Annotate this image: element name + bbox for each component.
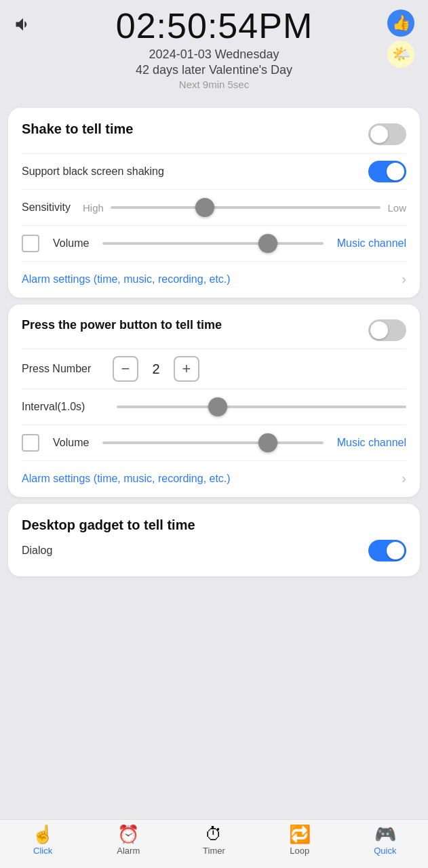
power-card-title: Press the power button to tell time bbox=[22, 318, 222, 332]
valentines-label: 42 days later Valentine's Day bbox=[0, 63, 428, 77]
thumbs-up-icon[interactable]: 👍 bbox=[387, 9, 414, 37]
desktop-card-title: Desktop gadget to tell time bbox=[22, 517, 195, 532]
click-icon: ☝️ bbox=[32, 825, 54, 843]
power-alarm-link[interactable]: Alarm settings (time, music, recording, … bbox=[22, 460, 406, 490]
shake-card-title: Shake to tell time bbox=[22, 121, 134, 137]
press-number-label: Press Number bbox=[22, 363, 103, 375]
power-toggle[interactable] bbox=[368, 319, 406, 341]
nav-item-click[interactable]: ☝️ Click bbox=[22, 825, 63, 856]
support-shaking-label: Support black screen shaking bbox=[22, 165, 164, 178]
shake-music-channel[interactable]: Music channel bbox=[337, 237, 406, 250]
press-number-increment[interactable]: + bbox=[174, 356, 199, 382]
weather-icon[interactable]: 🌤️ bbox=[387, 41, 414, 68]
dialog-toggle[interactable] bbox=[368, 540, 406, 561]
quick-icon: 🎮 bbox=[374, 825, 396, 843]
shake-card: Shake to tell time Support black screen … bbox=[8, 108, 420, 298]
power-volume-checkbox[interactable] bbox=[22, 434, 39, 452]
interval-slider[interactable] bbox=[117, 395, 406, 419]
dialog-label: Dialog bbox=[22, 545, 52, 557]
loop-nav-label: Loop bbox=[290, 846, 309, 856]
volume-icon bbox=[14, 15, 33, 37]
date-label: 2024-01-03 Wednesday bbox=[0, 47, 428, 62]
support-shaking-toggle[interactable] bbox=[368, 161, 406, 182]
bottom-nav: ☝️ Click ⏰ Alarm ⏱ Timer 🔁 Loop 🎮 Quick bbox=[0, 819, 428, 868]
press-number-decrement[interactable]: − bbox=[113, 356, 138, 382]
shake-volume-slider[interactable] bbox=[102, 231, 323, 256]
shake-alarm-link[interactable]: Alarm settings (time, music, recording, … bbox=[22, 261, 406, 291]
nav-item-alarm[interactable]: ⏰ Alarm bbox=[108, 825, 149, 856]
sensitivity-slider[interactable] bbox=[111, 195, 381, 220]
power-alarm-chevron: › bbox=[402, 471, 406, 486]
timer-icon: ⏱ bbox=[205, 825, 222, 843]
alarm-nav-label: Alarm bbox=[117, 846, 140, 856]
nav-item-loop[interactable]: 🔁 Loop bbox=[279, 825, 320, 856]
shake-volume-label: Volume bbox=[53, 237, 89, 250]
power-music-channel[interactable]: Music channel bbox=[337, 437, 406, 449]
next-label: Next 9min 5sec bbox=[0, 79, 428, 90]
nav-item-timer[interactable]: ⏱ Timer bbox=[193, 825, 234, 856]
shake-toggle[interactable] bbox=[368, 123, 406, 145]
sensitivity-label: Sensitivity bbox=[22, 201, 76, 214]
timer-nav-label: Timer bbox=[203, 846, 225, 856]
alarm-icon: ⏰ bbox=[117, 825, 139, 843]
power-volume-slider[interactable] bbox=[102, 431, 323, 455]
sensitivity-high-label: High bbox=[83, 202, 104, 214]
shake-volume-checkbox[interactable] bbox=[22, 235, 39, 252]
power-volume-label: Volume bbox=[53, 437, 89, 449]
press-number-value: 2 bbox=[148, 361, 164, 377]
power-card: Press the power button to tell time Pres… bbox=[8, 304, 420, 497]
loop-icon: 🔁 bbox=[289, 825, 311, 843]
desktop-card: Desktop gadget to tell time Dialog bbox=[8, 504, 420, 576]
quick-nav-label: Quick bbox=[374, 846, 396, 856]
click-nav-label: Click bbox=[33, 846, 52, 856]
interval-label: Interval(1.0s) bbox=[22, 401, 110, 413]
sensitivity-low-label: Low bbox=[387, 202, 406, 214]
nav-item-quick[interactable]: 🎮 Quick bbox=[365, 825, 406, 856]
shake-alarm-chevron: › bbox=[402, 271, 406, 287]
clock-display: 02:50:54PM bbox=[116, 8, 313, 43]
